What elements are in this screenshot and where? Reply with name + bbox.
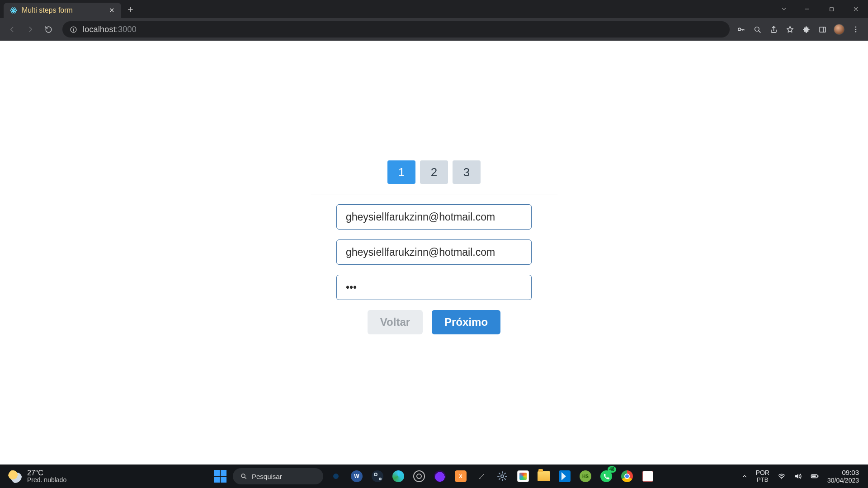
nav-back-button[interactable]	[5, 22, 20, 37]
svg-rect-4	[830, 7, 833, 11]
whatsapp-badge: 48	[608, 466, 616, 473]
step-indicator-row: 1 2 3	[311, 160, 557, 194]
chrome-menu-icon[interactable]	[851, 24, 861, 34]
svg-point-15	[781, 478, 782, 479]
window-close-button[interactable]	[844, 0, 868, 18]
taskbar-app-settings[interactable]	[494, 468, 510, 484]
address-bar-url: localhost:3000	[83, 25, 137, 34]
svg-point-11	[855, 29, 857, 30]
taskbar-app-chrome[interactable]	[619, 468, 635, 484]
site-info-icon[interactable]	[70, 26, 77, 33]
weather-icon	[8, 469, 22, 483]
step-1[interactable]: 1	[387, 160, 415, 184]
side-panel-icon[interactable]	[817, 24, 827, 34]
search-icon	[240, 473, 247, 480]
form-fields	[311, 204, 557, 300]
taskbar-app-edge[interactable]	[390, 468, 406, 484]
window-minimize-button[interactable]	[795, 0, 819, 18]
taskbar-search[interactable]: Pesquisar	[233, 468, 323, 484]
tab-strip: Multi steps form ✕ +	[0, 0, 868, 18]
windows-taskbar: 27°C Pred. nublado Pesquisar W X ⟋ HS 48	[0, 465, 868, 488]
tray-clock[interactable]: 09:03 30/04/2023	[827, 469, 859, 483]
svg-rect-18	[812, 475, 816, 477]
svg-rect-9	[820, 27, 826, 32]
taskbar-weather-widget[interactable]: 27°C Pred. nublado	[0, 469, 66, 484]
share-icon[interactable]	[769, 24, 778, 34]
profile-avatar[interactable]	[834, 24, 844, 35]
step-3[interactable]: 3	[453, 160, 481, 184]
taskbar-search-placeholder: Pesquisar	[252, 473, 282, 480]
weather-text: 27°C Pred. nublado	[27, 469, 66, 484]
wifi-icon[interactable]	[778, 472, 786, 480]
taskbar-center: Pesquisar W X ⟋ HS 48	[212, 468, 656, 484]
weather-temp: 27°C	[27, 469, 66, 477]
clock-date: 30/04/2023	[827, 477, 859, 484]
multistep-form: 1 2 3 Voltar Próximo	[311, 160, 557, 334]
nav-forward-button[interactable]	[23, 22, 38, 37]
taskbar-app-bing[interactable]	[328, 468, 344, 484]
taskbar-app-vscode[interactable]	[557, 468, 573, 484]
svg-point-12	[855, 31, 857, 33]
window-maximize-button[interactable]	[819, 0, 844, 18]
taskbar-app-photos[interactable]	[515, 468, 531, 484]
clock-time: 09:03	[827, 469, 859, 476]
new-tab-button[interactable]: +	[121, 4, 140, 15]
extensions-icon[interactable]	[801, 24, 811, 34]
taskbar-app-firefox[interactable]	[432, 468, 448, 484]
tray-overflow-button[interactable]	[741, 473, 748, 479]
svg-point-0	[13, 10, 14, 11]
nav-reload-button[interactable]	[41, 22, 56, 37]
lang-line2: PTB	[756, 477, 769, 483]
confirm-email-field[interactable]	[336, 239, 532, 265]
weather-desc: Pred. nublado	[27, 477, 66, 483]
tray-language[interactable]: POR PTB	[756, 469, 769, 483]
system-tray: POR PTB 09:03 30/04/2023	[741, 469, 868, 483]
address-bar[interactable]: localhost:3000	[62, 21, 730, 38]
taskbar-app-steam[interactable]	[369, 468, 386, 484]
toolbar-right-icons	[736, 24, 863, 35]
step-2[interactable]: 2	[420, 160, 448, 184]
taskbar-app-xampp[interactable]: X	[453, 468, 469, 484]
email-field[interactable]	[336, 204, 532, 230]
start-button[interactable]	[212, 468, 228, 484]
taskbar-app-whatsapp[interactable]: 48	[598, 468, 614, 484]
taskbar-app-generic1[interactable]: ⟋	[473, 468, 490, 484]
svg-point-10	[855, 26, 857, 28]
tab-title: Multi steps form	[22, 6, 104, 14]
password-field[interactable]	[336, 275, 532, 300]
back-button[interactable]: Voltar	[368, 310, 423, 334]
taskbar-app-obs[interactable]	[411, 468, 427, 484]
lang-line1: POR	[756, 469, 769, 476]
battery-icon[interactable]	[810, 472, 819, 481]
browser-chrome: Multi steps form ✕ +	[0, 0, 868, 41]
svg-point-14	[501, 475, 504, 478]
url-host: localhost	[83, 25, 116, 34]
tab-close-button[interactable]: ✕	[109, 6, 115, 14]
react-icon	[10, 7, 17, 14]
taskbar-app-hs[interactable]: HS	[577, 468, 594, 484]
volume-icon[interactable]	[794, 472, 802, 480]
url-port: :3000	[116, 25, 137, 34]
svg-point-7	[738, 28, 741, 31]
password-key-icon[interactable]	[736, 24, 746, 34]
taskbar-app-word[interactable]: W	[349, 468, 365, 484]
window-controls	[773, 0, 868, 18]
page-viewport: 1 2 3 Voltar Próximo	[0, 41, 868, 465]
svg-point-6	[73, 28, 74, 28]
form-actions: Voltar Próximo	[311, 310, 557, 334]
zoom-icon[interactable]	[752, 24, 762, 34]
windows-logo-icon	[214, 470, 226, 483]
tab-search-button[interactable]	[773, 0, 795, 18]
taskbar-app-explorer[interactable]	[536, 468, 552, 484]
browser-toolbar: localhost:3000	[0, 18, 868, 41]
taskbar-app-generic2[interactable]	[640, 468, 656, 484]
browser-tab-active[interactable]: Multi steps form ✕	[4, 3, 121, 18]
bookmark-star-icon[interactable]	[785, 24, 795, 34]
next-button[interactable]: Próximo	[432, 310, 500, 334]
svg-rect-17	[818, 475, 819, 477]
